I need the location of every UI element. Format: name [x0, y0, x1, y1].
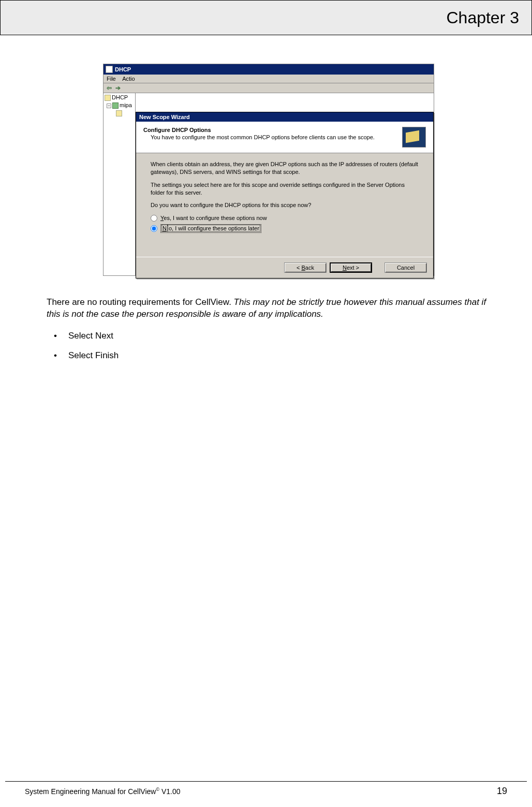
radio-no[interactable] — [151, 225, 157, 232]
body-plain: There are no routing requirements for Ce… — [47, 297, 234, 307]
footer-left: System Engineering Manual for CellView© … — [25, 787, 181, 796]
wizard-body: When clients obtain an address, they are… — [136, 153, 433, 257]
tree-root[interactable]: DHCP — [105, 94, 134, 101]
wizard-header: Configure DHCP Options You have to confi… — [136, 122, 433, 153]
dhcp-toolbar: ⇦ ➔ — [104, 83, 434, 93]
dhcp-app-icon — [106, 66, 113, 73]
option-yes[interactable]: Yes, I want to configure these options n… — [151, 214, 419, 222]
next-button[interactable]: Next > — [330, 262, 372, 273]
forward-arrow-icon[interactable]: ➔ — [115, 84, 121, 92]
back-button[interactable]: < Back — [284, 262, 327, 273]
body-paragraph: There are no routing requirements for Ce… — [47, 297, 491, 320]
tree-leaf[interactable] — [105, 110, 134, 116]
wizard-banner-icon — [402, 127, 426, 148]
option-no[interactable]: No, I will configure these options later — [151, 224, 419, 233]
new-scope-wizard: New Scope Wizard Configure DHCP Options … — [136, 112, 434, 278]
wizard-para1: When clients obtain an address, they are… — [151, 160, 419, 176]
back-arrow-icon[interactable]: ⇦ — [107, 84, 112, 92]
dhcp-window: DHCP File Actio ⇦ ➔ DHCP −mipa — [103, 64, 434, 276]
dhcp-window-title: DHCP — [115, 66, 131, 72]
instructions-list: Select Next Select Finish — [47, 331, 491, 361]
page-number: 19 — [497, 786, 507, 797]
wizard-para2: The settings you select here are for thi… — [151, 181, 419, 197]
wizard-heading: Configure DHCP Options — [143, 127, 402, 133]
wizard-subheading: You have to configure the most common DH… — [143, 134, 402, 140]
option-no-label: o, I will configure these options later — [168, 225, 260, 232]
page-footer: System Engineering Manual for CellView© … — [5, 781, 527, 797]
wizard-titlebar: New Scope Wizard — [136, 112, 433, 122]
dhcp-root-icon — [105, 95, 111, 101]
dhcp-menubar: File Actio — [104, 75, 434, 83]
cancel-button[interactable]: Cancel — [385, 262, 427, 273]
tree-collapse-icon[interactable]: − — [107, 104, 111, 108]
page-header: Chapter 3 — [0, 0, 532, 35]
instruction-2: Select Finish — [68, 350, 491, 361]
chapter-title: Chapter 3 — [446, 8, 519, 27]
menu-file[interactable]: File — [107, 76, 116, 82]
folder-icon — [116, 110, 122, 116]
tree-child[interactable]: −mipa — [105, 102, 134, 109]
instruction-1: Select Next — [68, 331, 491, 341]
page-content: DHCP File Actio ⇦ ➔ DHCP −mipa — [0, 35, 532, 361]
radio-yes[interactable] — [151, 215, 157, 222]
wizard-para3: Do you want to configure the DHCP option… — [151, 201, 419, 209]
server-icon — [112, 102, 119, 109]
wizard-buttons: < Back Next > Cancel — [136, 257, 433, 278]
dhcp-body: DHCP −mipa New Scope Wizard Configure DH… — [104, 93, 434, 275]
dhcp-tree: DHCP −mipa — [104, 93, 136, 275]
dhcp-titlebar: DHCP — [104, 64, 434, 75]
option-yes-label: es, I want to configure these options no… — [164, 215, 267, 221]
menu-action[interactable]: Actio — [122, 76, 135, 82]
